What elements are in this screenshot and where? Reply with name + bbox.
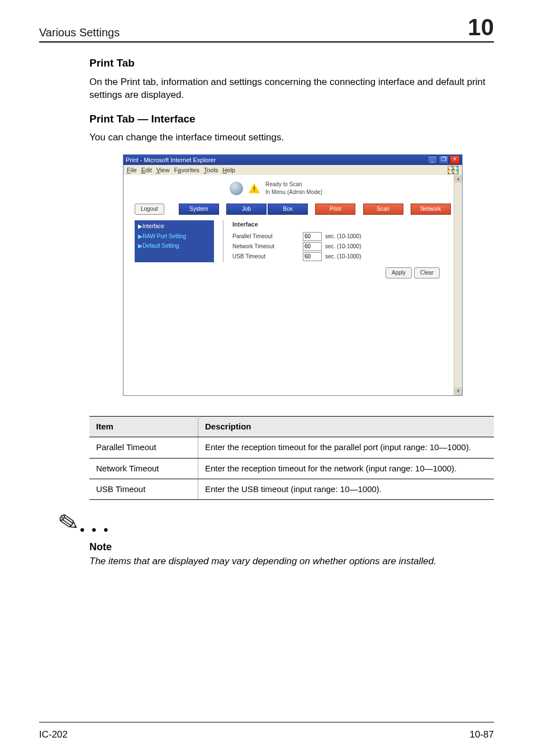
screenshot-sidebar: ▶Interface ▶RAW Port Setting ▶Default Se… xyxy=(135,220,214,262)
menu-view: View xyxy=(156,166,170,174)
cell-description: Enter the reception timeout for the netw… xyxy=(198,458,494,479)
row-label-usb-timeout: USB Timeout xyxy=(232,253,299,261)
chapter-number: 10 xyxy=(468,16,494,39)
cell-item: Parallel Timeout xyxy=(89,437,198,458)
sidebar-item-interface: ▶Interface xyxy=(138,223,211,230)
note-icon: ✎ xyxy=(57,514,80,532)
scroll-up-icon: ▴ xyxy=(454,175,462,183)
note-text: The items that are displayed may vary de… xyxy=(89,555,494,568)
paragraph-print-tab: On the Print tab, information and settin… xyxy=(89,76,494,102)
footer-left: IC-202 xyxy=(39,729,68,740)
apply-button: Apply xyxy=(386,267,412,278)
close-icon: × xyxy=(450,155,460,164)
tab-job: Job xyxy=(226,204,266,215)
tab-print: Print xyxy=(315,204,355,215)
window-title-bar: Print - Microsoft Internet Explorer _ ❐ … xyxy=(123,155,462,165)
clear-button: Clear xyxy=(414,267,440,278)
tab-scan: Scan xyxy=(363,204,403,215)
scrollbar: ▴ ▾ xyxy=(454,175,462,395)
note-dots-icon: • • • xyxy=(80,522,110,537)
content-heading-interface: Interface xyxy=(232,220,451,229)
cell-description: Enter the reception timeout for the para… xyxy=(198,437,494,458)
screenshot-ie-print: Print - Microsoft Internet Explorer _ ❐ … xyxy=(123,154,463,396)
col-header-item: Item xyxy=(89,417,198,437)
menu-edit: Edit xyxy=(141,166,152,174)
row-unit-network-timeout: sec. (10-1000) xyxy=(325,243,361,251)
warning-icon: ! xyxy=(249,183,260,193)
note-heading: Note xyxy=(89,540,494,554)
footer-rule xyxy=(39,722,494,722)
row-unit-usb-timeout: sec. (10-1000) xyxy=(325,253,361,261)
menu-favorites: Favorites xyxy=(174,166,199,174)
menu-help: Help xyxy=(222,166,235,174)
cell-item: Network Timeout xyxy=(89,458,198,479)
logout-button: Logout xyxy=(135,204,164,215)
status-line2: In Menu (Admin Mode) xyxy=(265,188,322,196)
paragraph-print-tab-interface: You can change the interface timeout set… xyxy=(89,131,494,144)
running-header-title: Various Settings xyxy=(39,26,120,39)
col-header-description: Description xyxy=(198,417,494,437)
window-menubar: File Edit View Favorites Tools Help xyxy=(123,165,462,176)
table-row: USB Timeout Enter the USB timeout (input… xyxy=(89,479,494,499)
windows-flag-icon xyxy=(448,166,459,174)
row-label-parallel-timeout: Parallel Timeout xyxy=(232,233,299,240)
status-line1: Ready to Scan xyxy=(265,181,322,188)
scroll-down-icon: ▾ xyxy=(454,388,462,395)
footer-right: 10-87 xyxy=(470,729,494,740)
screenshot-content: Interface Parallel Timeout sec. (10-1000… xyxy=(223,220,451,262)
table-row: Parallel Timeout Enter the reception tim… xyxy=(89,437,494,458)
row-input-usb-timeout xyxy=(303,252,322,261)
maximize-icon: ❐ xyxy=(439,155,449,164)
header-rule xyxy=(39,41,494,42)
row-label-network-timeout: Network Timeout xyxy=(232,243,299,251)
table-row: Network Timeout Enter the reception time… xyxy=(89,458,494,479)
row-input-parallel-timeout xyxy=(303,232,322,241)
row-unit-parallel-timeout: sec. (10-1000) xyxy=(325,233,361,240)
description-table: Item Description Parallel Timeout Enter … xyxy=(89,416,494,500)
minimize-icon: _ xyxy=(427,155,437,164)
heading-print-tab-interface: Print Tab — Interface xyxy=(89,112,494,126)
globe-icon xyxy=(230,182,243,195)
sidebar-item-default-setting: ▶Default Setting xyxy=(138,242,211,250)
heading-print-tab: Print Tab xyxy=(89,56,494,70)
tab-network: Network xyxy=(411,204,451,215)
cell-description: Enter the USB timeout (input range: 10—1… xyxy=(198,479,494,499)
menu-tools: Tools xyxy=(204,166,218,174)
menu-file: File xyxy=(127,166,137,174)
tab-box: Box xyxy=(268,204,308,215)
cell-item: USB Timeout xyxy=(89,479,198,499)
sidebar-item-raw-port: ▶RAW Port Setting xyxy=(138,233,211,240)
row-input-network-timeout xyxy=(303,242,322,251)
tab-system: System xyxy=(179,204,219,215)
window-title: Print - Microsoft Internet Explorer xyxy=(126,156,216,164)
status-area: ! Ready to Scan In Menu (Admin Mode) xyxy=(230,181,451,196)
